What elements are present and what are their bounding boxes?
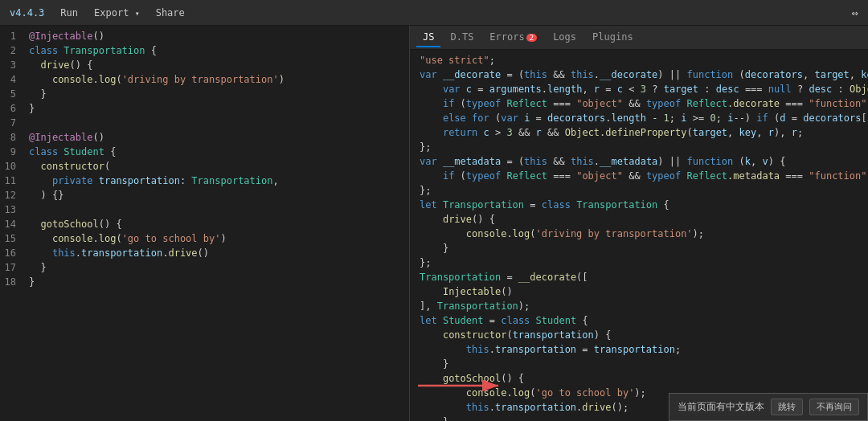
code-line: } (420, 357, 862, 371)
code-line: }; (420, 183, 862, 198)
code-line: constructor(transportation) { (420, 328, 862, 342)
code-line: var c = arguments.length, r = c < 3 ? ta… (420, 82, 862, 96)
code-line: console.log('driving by transportation')… (420, 227, 862, 241)
run-menu[interactable]: Run (60, 7, 78, 18)
tab-dts[interactable]: D.TS (444, 28, 480, 47)
right-panel-container: JS D.TS Errors2 Logs Plugins "use strict… (410, 26, 868, 421)
code-line: this.transportation = transportation; (420, 342, 862, 357)
right-tabs: JS D.TS Errors2 Logs Plugins (410, 26, 868, 50)
code-line: else for (var i = decorators.length - 1;… (420, 111, 862, 125)
code-line: 7 (0, 116, 409, 130)
code-line: 14 gotoSchool() { (0, 217, 409, 231)
export-menu[interactable]: Export ▾ (94, 7, 140, 18)
main-area: 1 @Injectable() 2 class Transportation {… (0, 26, 868, 421)
code-line: Injectable() (420, 284, 862, 299)
notification-text: 当前页面有中文版本 (678, 400, 764, 414)
top-bar-right: ⇔ (852, 6, 858, 19)
jump-button[interactable]: 跳转 (771, 399, 803, 415)
version-label: v4.4.3 (10, 7, 44, 18)
code-line: 5 } (0, 87, 409, 101)
code-line: } (420, 241, 862, 255)
errors-badge: 2 (526, 34, 537, 42)
notification-bar: 当前页面有中文版本 跳转 不再询问 (669, 393, 868, 421)
code-line: 4 console.log('driving by transportation… (0, 72, 409, 87)
code-line: 1 @Injectable() (0, 29, 409, 43)
left-code-area[interactable]: 1 @Injectable() 2 class Transportation {… (0, 26, 409, 421)
code-line: 3 drive() { (0, 58, 409, 72)
code-line: ], Transportation); (420, 299, 862, 313)
top-bar: v4.4.3 Run Export ▾ Share ⇔ (0, 0, 868, 26)
code-line: Transportation = __decorate([ (420, 270, 862, 284)
code-line: gotoSchool() { (420, 371, 862, 386)
code-line: 2 class Transportation { (0, 43, 409, 58)
code-line: if (typeof Reflect === "object" && typeo… (420, 169, 862, 183)
code-line: if (typeof Reflect === "object" && typeo… (420, 96, 862, 111)
no-ask-button[interactable]: 不再询问 (809, 399, 859, 415)
code-line: var __decorate = (this && this.__decorat… (420, 67, 862, 82)
expand-icon[interactable]: ⇔ (852, 6, 858, 19)
code-line: 11 private transportation: Transportatio… (0, 174, 409, 188)
code-line: var __metadata = (this && this.__metadat… (420, 154, 862, 169)
code-line: let Student = class Student { (420, 313, 862, 328)
tab-errors[interactable]: Errors2 (483, 28, 543, 47)
code-line: 13 (0, 202, 409, 217)
share-button[interactable]: Share (156, 7, 185, 18)
code-line: 18 } (0, 275, 409, 289)
tab-logs[interactable]: Logs (547, 28, 583, 47)
code-line: return c > 3 && r && Object.defineProper… (420, 125, 862, 140)
code-line: }; (420, 140, 862, 154)
code-line: 16 this.transportation.drive() (0, 246, 409, 260)
code-line: 8 @Injectable() (0, 130, 409, 145)
code-line: 15 console.log('go to school by') (0, 231, 409, 246)
tab-js[interactable]: JS (416, 28, 440, 47)
code-line: 12 ) {} (0, 188, 409, 202)
code-line: }; (420, 255, 862, 270)
left-panel: 1 @Injectable() 2 class Transportation {… (0, 26, 410, 421)
top-bar-left: v4.4.3 Run Export ▾ Share (10, 7, 852, 18)
code-line: let Transportation = class Transportatio… (420, 198, 862, 212)
tab-plugins[interactable]: Plugins (586, 28, 640, 47)
code-line: 6 } (0, 101, 409, 116)
code-line: drive() { (420, 212, 862, 227)
code-line: 10 constructor( (0, 159, 409, 174)
code-line: 17 } (0, 260, 409, 275)
code-line: "use strict"; (420, 53, 862, 67)
right-code-area[interactable]: "use strict"; var __decorate = (this && … (410, 50, 868, 421)
code-line: 9 class Student { (0, 145, 409, 159)
